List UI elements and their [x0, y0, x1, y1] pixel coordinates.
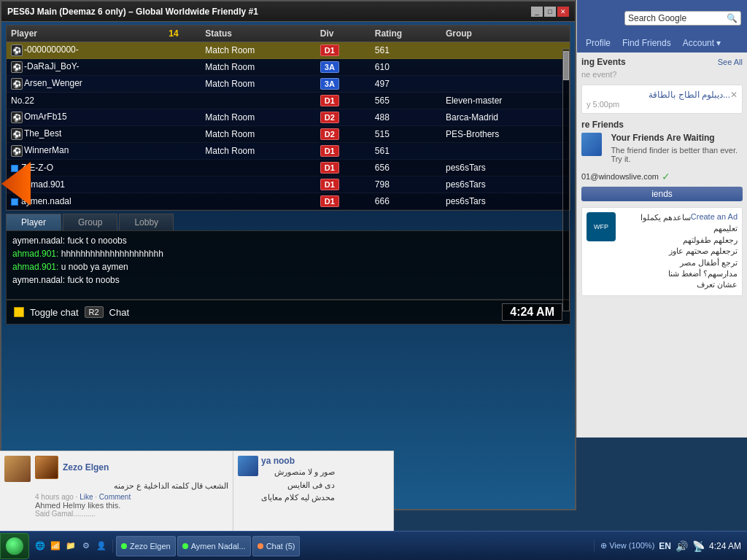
- post-body: الشعب قال كلمته الداخلية ع حزمنه: [35, 481, 228, 491]
- cell-empty: [164, 76, 201, 93]
- friends-avatar: [581, 133, 602, 156]
- cell-player: ⚽OmArFb15: [7, 109, 164, 126]
- friends-waiting-title: Your Friends Are Waiting: [611, 133, 743, 143]
- cell-group: [441, 76, 570, 93]
- windows-orb: [6, 537, 23, 555]
- cell-empty: [164, 193, 201, 210]
- chat-message: fuck t o nooobs: [67, 236, 126, 246]
- scrollbar-thumb[interactable]: [563, 51, 569, 80]
- cell-div: D1: [316, 193, 371, 210]
- cell-status: Match Room: [201, 76, 316, 93]
- fb-content: ing Events See All ne event? ✕ ...ديبلوم…: [577, 52, 747, 300]
- cell-group: [441, 42, 570, 59]
- check-icon: ✓: [662, 171, 670, 182]
- post-author2: ya noob: [261, 456, 335, 466]
- table-row[interactable]: ⚽-DaRaJi_BoY- Match Room 3A 610: [7, 59, 570, 76]
- tab-group[interactable]: Group: [63, 214, 117, 230]
- start-button[interactable]: [0, 533, 29, 559]
- comment-link[interactable]: Comment: [99, 493, 131, 501]
- cell-player: ⚽WinnerMan: [7, 143, 164, 160]
- table-row[interactable]: No.22 D1 565 Eleven-master: [7, 93, 570, 109]
- search-input[interactable]: Search Google: [628, 13, 727, 23]
- chat-username: ahmad.901:: [12, 262, 61, 272]
- cell-status: [201, 176, 316, 193]
- ad-close-button[interactable]: ✕: [730, 90, 738, 100]
- fb-nav-profile[interactable]: Profile: [583, 36, 614, 50]
- task-chat[interactable]: Chat (5): [252, 536, 301, 556]
- chat-username: aymen.nadal:: [12, 275, 67, 285]
- player-ball-icon: ⚽: [11, 112, 23, 123]
- like-link[interactable]: Like: [80, 493, 93, 501]
- view-percent[interactable]: ⊕ View (100%): [600, 541, 654, 551]
- player-table: Player 14 Status Div Rating Group ⚽-0000…: [7, 26, 570, 210]
- table-row[interactable]: ⚽The_Best Match Room D2 515 PES-Brothers: [7, 126, 570, 143]
- player-ball-icon: ⚽: [11, 145, 23, 157]
- add-friends-button[interactable]: iends: [581, 187, 743, 201]
- minimize-button[interactable]: _: [531, 7, 543, 17]
- email-display: 01@windowslive.com: [581, 172, 659, 181]
- table-row[interactable]: ⚽-0000000000- Match Room D1 561: [7, 42, 570, 59]
- chat-line: aymen.nadal: fuck t o nooobs: [12, 234, 564, 247]
- network-icon[interactable]: 📶: [49, 540, 62, 553]
- div-badge: D1: [320, 95, 339, 106]
- cell-group: [441, 143, 570, 160]
- table-row[interactable]: Z-E-Z-O D1 656 pes6sTars: [7, 160, 570, 176]
- settings-icon[interactable]: ⚙: [80, 540, 93, 553]
- fb-nav-account[interactable]: Account: [680, 36, 724, 50]
- tab-lobby[interactable]: Lobby: [119, 214, 174, 230]
- post-avatar2: [238, 456, 258, 476]
- cell-rating: 561: [371, 143, 441, 160]
- post-body2: صور و لا منصورشدى فى الغايسمحدش ليه كلام…: [261, 466, 335, 505]
- table-row[interactable]: ahmad.901 D1 798 pes6sTars: [7, 176, 570, 193]
- see-all-link[interactable]: See All: [718, 58, 743, 66]
- cell-empty: [164, 59, 201, 76]
- div-badge: D1: [320, 162, 339, 174]
- chat-dot: [258, 543, 263, 549]
- ie-icon[interactable]: 🌐: [34, 540, 47, 553]
- chat-username: ahmad.901:: [12, 249, 61, 259]
- table-row[interactable]: ⚽OmArFb15 Match Room D2 488 Barca-Madrid: [7, 109, 570, 126]
- cell-player: ⚽-0000000000-: [7, 42, 164, 59]
- table-scrollbar[interactable]: [562, 49, 570, 311]
- task-aymen-nadal[interactable]: Aymen Nadal...: [177, 536, 251, 556]
- close-button[interactable]: ✕: [557, 7, 569, 17]
- cell-empty: [164, 42, 201, 59]
- events-header: ing Events See All: [581, 57, 743, 67]
- table-row[interactable]: ⚽Arsen_Wenger Match Room 3A 497: [7, 76, 570, 93]
- toggle-icon: [14, 307, 24, 317]
- fb-nav-find-friends[interactable]: Find Friends: [619, 36, 674, 50]
- volume-icon[interactable]: 🔊: [676, 540, 688, 552]
- network-tray-icon[interactable]: 📡: [692, 540, 705, 552]
- search-bar[interactable]: Search Google 🔍: [624, 11, 741, 26]
- r2-badge: R2: [85, 306, 104, 318]
- taskbar-system-tray: ⊕ View (100%) EN 🔊 📡 4:24 AM: [594, 540, 747, 552]
- cell-group: pes6sTars: [441, 160, 570, 176]
- cell-group: PES-Brothers: [441, 126, 570, 143]
- friends-text-block: Your Friends Are Waiting The friend find…: [611, 133, 743, 168]
- div-badge: D1: [320, 195, 339, 207]
- next-commenter: Said Gamal...........: [35, 510, 228, 518]
- toggle-chat-label: Toggle chat: [30, 307, 79, 318]
- cell-status: Match Room: [201, 42, 316, 59]
- toggle-left: Toggle chat R2 Chat: [14, 306, 129, 318]
- cell-status: Match Room: [201, 59, 316, 76]
- col-rating: Rating: [371, 26, 441, 42]
- cell-group: Eleven-master: [441, 93, 570, 109]
- fb-header: Search Google 🔍: [577, 0, 747, 36]
- language-indicator[interactable]: EN: [659, 541, 671, 551]
- task-zezo-elgen[interactable]: Zezo Elgen: [116, 536, 176, 556]
- tab-player[interactable]: Player: [6, 214, 61, 230]
- tabs-bar: Player Group Lobby: [6, 214, 570, 230]
- cell-empty: [164, 160, 201, 176]
- table-row[interactable]: aymen.nadal D1 666 pes6sTars: [7, 193, 570, 210]
- chat-line: ahmad.901: u noob ya aymen: [12, 260, 564, 273]
- maximize-button[interactable]: □: [544, 7, 556, 17]
- player-table-container: Player 14 Status Div Rating Group ⚽-0000…: [6, 25, 570, 211]
- player-ball-icon: ⚽: [11, 78, 23, 90]
- post-likes: Ahmed Helmy likes this.: [35, 501, 228, 510]
- wfp-create-ad-link[interactable]: Create an Ad: [691, 212, 738, 221]
- table-row[interactable]: ⚽WinnerMan Match Room D1 561: [7, 143, 570, 160]
- cell-player: ⚽The_Best: [7, 126, 164, 143]
- user-icon[interactable]: 👤: [95, 540, 108, 553]
- folder-icon[interactable]: 📁: [64, 540, 77, 553]
